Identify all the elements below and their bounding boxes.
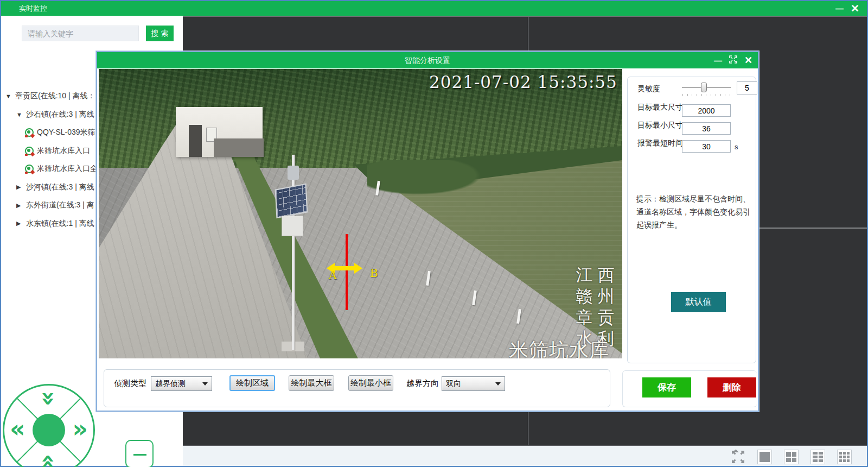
equipment-box	[282, 216, 303, 236]
tree-camera-item[interactable]: 米筛坑水库入口	[25, 146, 90, 156]
camera-icon	[25, 165, 34, 173]
tree-expand-icon[interactable]: ▶	[16, 220, 26, 227]
dialog-minimize-icon[interactable]: —	[714, 56, 722, 65]
slider-thumb[interactable]	[701, 83, 707, 92]
tree-group-item[interactable]: ▶沙河镇(在线:3 | 离线	[16, 182, 94, 193]
max-size-input[interactable]	[682, 104, 731, 117]
tree-item-label: 章贡区(在线:10 | 离线：	[15, 91, 95, 101]
direction-label: 越界方向	[406, 378, 439, 389]
detect-type-value: 越界侦测	[155, 379, 202, 389]
arrow-bar	[334, 266, 355, 270]
tree-item-label: 沙石镇(在线:3 | 离线	[26, 110, 94, 119]
dialog-title: 智能分析设置	[97, 56, 758, 66]
dialog-close-icon[interactable]: ✕	[744, 55, 752, 65]
tree-group-item[interactable]: ▼沙石镇(在线:3 | 离线	[16, 109, 94, 120]
tree-expand-icon[interactable]: ▶	[16, 202, 26, 209]
draw-min-box-button[interactable]: 绘制最小框	[348, 375, 393, 391]
detect-type-select[interactable]: 越界侦测	[151, 376, 212, 391]
smart-analysis-dialog: 智能分析设置 — ✕	[96, 51, 759, 412]
window-close-icon[interactable]: ✕	[851, 3, 859, 14]
settings-panel: 灵敏度 目标最大尺寸 目标最小尺寸 报警最短时间 s 提示：检测区域尽量不包含时…	[627, 77, 756, 363]
app-window: 实时监控 — ✕ 搜 索 ▼章贡区(在线:10 | 离线：▼沙石镇(在线:3 |…	[0, 0, 868, 467]
layout-3x3-icon[interactable]	[837, 450, 852, 464]
point-b-label: B	[370, 267, 378, 280]
direction-value: 双向	[446, 379, 495, 389]
camera-icon	[25, 147, 34, 155]
ptz-center-button[interactable]	[33, 414, 65, 446]
camera-video-canvas[interactable]: 2021-07-02 15:35:55 江赣章水 西州贡利 米筛坑水库 A B	[99, 69, 622, 358]
detection-tip-text: 提示：检测区域尽量不包含时间、通道名称区域，字体颜色变化易引起误报产生。	[636, 192, 751, 231]
sensitivity-value-input[interactable]	[737, 81, 757, 94]
bottom-toolbar	[183, 446, 867, 466]
ptz-left-icon[interactable]: «	[10, 417, 25, 441]
ptz-up-icon[interactable]: »	[37, 391, 61, 406]
camera-icon	[25, 128, 34, 137]
tree-group-item[interactable]: ▶水东镇(在线:1 | 离线	[16, 218, 94, 229]
tree-item-label: 水东镇(在线:1 | 离线	[26, 219, 94, 229]
ptz-down-icon[interactable]: «	[37, 454, 61, 467]
delete-button[interactable]: 删除	[707, 377, 756, 397]
tree-item-label: 米筛坑水库入口全	[37, 164, 98, 174]
search-input[interactable]	[22, 26, 139, 41]
chevron-down-icon	[202, 382, 208, 386]
save-button[interactable]: 保存	[642, 377, 691, 397]
tree-group-item[interactable]: ▶东外街道(在线:3 | 离	[16, 200, 94, 211]
alarm-time-label: 报警最短时间	[637, 138, 683, 148]
tree-item-label: 沙河镇(在线:3 | 离线	[26, 182, 94, 192]
zoom-out-button[interactable]	[125, 440, 154, 467]
video-watermark-column: 西州贡利	[596, 264, 616, 349]
tree-expand-icon[interactable]: ▶	[16, 184, 26, 191]
layout-single-icon[interactable]	[757, 450, 772, 464]
layout-2x2-icon[interactable]	[784, 450, 799, 464]
detect-type-label: 侦测类型	[114, 378, 146, 389]
max-size-label: 目标最大尺寸	[637, 103, 683, 112]
min-size-label: 目标最小尺寸	[637, 121, 683, 130]
alarm-time-input[interactable]	[682, 140, 731, 153]
solar-panel	[275, 184, 308, 219]
dialog-titlebar: 智能分析设置 — ✕	[97, 52, 758, 68]
dialog-maximize-icon[interactable]	[729, 55, 737, 65]
window-titlebar: 实时监控 — ✕	[1, 1, 867, 16]
fullscreen-icon[interactable]	[731, 450, 745, 464]
arrow-right-head	[354, 263, 362, 274]
layout-2x3-icon[interactable]	[810, 450, 825, 464]
ptz-control: » « « »	[3, 384, 95, 467]
video-watermark-column: 江赣章水	[575, 264, 594, 349]
min-size-input[interactable]	[682, 122, 731, 135]
tree-collapse-icon[interactable]: ▼	[5, 93, 15, 99]
tree-item-label: QQY-SL-039米筛	[37, 128, 95, 137]
tree-camera-item[interactable]: QQY-SL-039米筛	[25, 127, 95, 138]
slider-ticks	[682, 94, 730, 96]
window-title: 实时监控	[19, 4, 47, 14]
sensor-box	[288, 166, 299, 180]
shore-bushes	[367, 160, 492, 198]
video-watermark-bottom: 米筛坑水库	[509, 337, 609, 358]
draw-max-box-button[interactable]: 绘制最大框	[289, 375, 334, 391]
ptz-right-icon[interactable]: »	[73, 417, 88, 441]
window-minimize-icon[interactable]: —	[835, 4, 843, 12]
default-values-button[interactable]: 默认值	[671, 292, 726, 312]
direction-select[interactable]: 双向	[442, 376, 505, 391]
tree-collapse-icon[interactable]: ▼	[16, 111, 26, 118]
point-a-label: A	[329, 269, 336, 282]
door	[189, 125, 202, 157]
detection-controls-box: 侦测类型 越界侦测 绘制区域 绘制最大框 绘制最小框 越界方向 双向	[104, 369, 610, 407]
search-button[interactable]: 搜 索	[146, 26, 174, 41]
tree-item-label: 东外街道(在线:3 | 离	[26, 200, 94, 210]
tree-group-item[interactable]: ▼章贡区(在线:10 | 离线：	[5, 91, 95, 102]
sensitivity-label: 灵敏度	[637, 84, 660, 94]
weather-station-pole	[292, 155, 295, 350]
video-timestamp: 2021-07-02 15:35:55	[429, 72, 617, 92]
low-wall	[214, 138, 264, 157]
tree-item-label: 米筛坑水库入口	[37, 146, 90, 156]
chevron-down-icon	[495, 382, 501, 386]
search-row: 搜 索	[22, 26, 174, 41]
alarm-time-unit: s	[735, 143, 738, 151]
draw-region-button[interactable]: 绘制区域	[229, 375, 275, 391]
sensitivity-slider[interactable]	[682, 81, 731, 94]
tree-camera-item[interactable]: 米筛坑水库入口全	[25, 163, 98, 174]
